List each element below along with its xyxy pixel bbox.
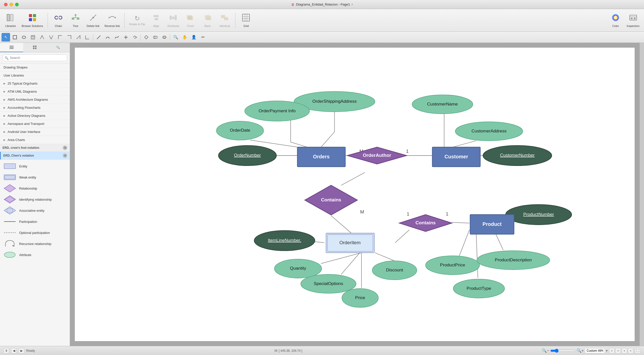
tool-sep-1 xyxy=(93,34,93,41)
tool-5[interactable] xyxy=(47,33,55,42)
libraries-button[interactable]: Libraries xyxy=(3,10,19,30)
view-1[interactable]: ▪ xyxy=(609,348,615,353)
browse-icon xyxy=(28,13,37,23)
zoom-out-icon[interactable]: 🔍− xyxy=(542,348,549,353)
shape-item-attribute[interactable]: Attribute xyxy=(0,249,70,260)
shape-item-identifying-rel[interactable]: Identifying relationship xyxy=(0,194,70,205)
user-tool[interactable]: 👤 xyxy=(190,33,198,42)
tool-14[interactable] xyxy=(131,33,139,42)
svg-rect-3 xyxy=(11,15,13,21)
pencil-tool[interactable]: ✏ xyxy=(199,33,207,42)
tab-search[interactable]: 🔍 xyxy=(47,43,70,52)
next-page-button[interactable]: ▶ xyxy=(19,348,24,353)
tool-8[interactable] xyxy=(74,33,83,42)
rect-tool[interactable] xyxy=(11,33,19,42)
tree-button[interactable]: Tree xyxy=(67,10,84,30)
delete-link-button[interactable]: Delete link xyxy=(85,10,101,30)
pan-tool[interactable]: ✋ xyxy=(181,33,189,42)
chain-button[interactable]: Chain xyxy=(50,10,66,30)
tool-7[interactable] xyxy=(65,33,74,42)
lib-chens-close[interactable]: ✕ xyxy=(63,153,67,158)
select-tool[interactable]: ↖ xyxy=(2,33,10,42)
minimize-button[interactable] xyxy=(10,3,13,6)
close-button[interactable] xyxy=(4,3,8,6)
svg-line-87 xyxy=(452,222,470,223)
curve-tool[interactable] xyxy=(103,33,112,42)
back-button[interactable]: Back xyxy=(199,10,216,30)
lib-crows-foot-header[interactable]: ERD, crow's foot notation ✕ xyxy=(0,144,70,152)
entity-orderitem-label: OrderItem xyxy=(339,240,361,245)
sidebar-item-area-charts[interactable]: ▶ Area Charts xyxy=(0,136,70,144)
sidebar-item-aws[interactable]: ▶ AWS Architecture Diagrams xyxy=(0,96,70,104)
sidebar-item-label: 25 Typical Orgcharts xyxy=(8,82,38,85)
browse-solutions-button[interactable]: Browse Solutions xyxy=(20,10,45,30)
grid-button[interactable]: Grid xyxy=(238,10,254,30)
line-tool[interactable] xyxy=(94,33,103,42)
svg-line-93 xyxy=(459,230,469,256)
sidebar-item-atm-uml[interactable]: ▶ ATM UML Diagrams xyxy=(0,88,70,96)
distribute-button[interactable]: Distribute xyxy=(165,10,181,30)
shape-item-relationship[interactable]: Relationship xyxy=(0,183,70,194)
maximize-button[interactable] xyxy=(15,3,19,6)
svg-marker-49 xyxy=(145,36,148,39)
sidebar-item-drawing-shapes[interactable]: Drawing Shapes xyxy=(0,63,70,72)
tool-16[interactable] xyxy=(151,33,160,42)
shape-item-optional-part[interactable]: Optional participation xyxy=(0,227,70,238)
sidebar-item-android[interactable]: ▶ Android User Interface xyxy=(0,128,70,136)
color-button[interactable]: Color xyxy=(607,10,624,30)
table-tool[interactable] xyxy=(29,33,37,42)
shape-label: Attribute xyxy=(19,253,31,257)
tab-grid[interactable] xyxy=(23,43,46,52)
rotate-button[interactable]: ↻ Rotate & Flip xyxy=(127,10,147,30)
identical-button[interactable]: Identical xyxy=(217,10,233,30)
zoom-dropdown[interactable]: ▾ xyxy=(606,349,607,352)
lib-crows-foot-close[interactable]: ✕ xyxy=(63,146,67,150)
lib-chens-header[interactable]: ERD, Chen's notation ✕ xyxy=(0,152,70,160)
tab-list[interactable] xyxy=(0,43,23,52)
sidebar-item-active-directory[interactable]: ▶ Active Directory Diagrams xyxy=(0,112,70,120)
tool-12[interactable] xyxy=(113,33,121,42)
pause-button[interactable]: ⏸ xyxy=(4,348,9,353)
sidebar-item-orgcharts[interactable]: ▶ 25 Typical Orgcharts xyxy=(0,80,70,88)
view-2[interactable]: ▪ xyxy=(615,348,621,353)
doc-icon: 🗎 xyxy=(291,3,295,7)
view-3[interactable]: ▪ xyxy=(622,348,627,353)
attr-customeraddress-label: CustomerAddress xyxy=(472,128,507,133)
zoom-in-icon[interactable]: 🔍+ xyxy=(577,348,584,353)
zoom-in-tool[interactable]: 🔍 xyxy=(171,33,180,42)
view-4[interactable]: ▪ xyxy=(628,348,633,353)
canvas-wrap[interactable]: M 1 1 1 1 M OrderShippingAddress OrderPa… xyxy=(70,43,639,346)
zoom-slider[interactable] xyxy=(550,349,576,353)
reverse-link-button[interactable]: Reverse link xyxy=(102,10,122,30)
shape-item-assoc-entity[interactable]: Associative entity xyxy=(0,205,70,216)
shape-item-entity[interactable]: Entity xyxy=(0,161,70,172)
shape-item-weak-entity[interactable]: Weak entity xyxy=(0,172,70,183)
tool-15[interactable] xyxy=(142,33,151,42)
diagram-canvas[interactable]: M 1 1 1 1 M OrderShippingAddress OrderPa… xyxy=(75,47,635,341)
sidebar-item-user-libraries[interactable]: User Libraries xyxy=(0,72,70,80)
tool-4[interactable] xyxy=(38,33,46,42)
zoom-input[interactable] xyxy=(585,348,605,353)
grid-icon xyxy=(241,13,251,23)
fullscreen-button[interactable]: ⛶ xyxy=(635,348,640,353)
tool-13[interactable] xyxy=(122,33,130,42)
status-center: M: [ 445.38, 104.74 ] xyxy=(38,349,540,352)
arrow-icon: ▶ xyxy=(4,138,6,141)
prev-page-button[interactable]: ◀ xyxy=(11,348,17,353)
identical-icon xyxy=(220,13,229,23)
sidebar-item-accounting[interactable]: ▶ Accounting Flowcharts xyxy=(0,104,70,112)
tool-17[interactable] xyxy=(160,33,169,42)
sidebar-item-aerospace[interactable]: ▶ Aerospace and Transport xyxy=(0,120,70,128)
inspectors-button[interactable]: Inspectors xyxy=(625,10,641,30)
svg-rect-61 xyxy=(4,164,16,169)
tool-6[interactable] xyxy=(56,33,64,42)
front-button[interactable]: Front xyxy=(182,10,198,30)
align-button[interactable]: Align xyxy=(148,10,164,30)
shape-item-recursive-rel[interactable]: Recursive relationship xyxy=(0,238,70,249)
ellipse-tool[interactable] xyxy=(20,33,28,42)
tool-9[interactable] xyxy=(83,33,92,42)
shape-item-participation[interactable]: Participation xyxy=(0,216,70,227)
dropdown-arrow[interactable]: ▾ xyxy=(351,3,353,6)
search-input[interactable] xyxy=(3,54,67,61)
sidebar-item-label: Drawing Shapes xyxy=(4,65,27,69)
